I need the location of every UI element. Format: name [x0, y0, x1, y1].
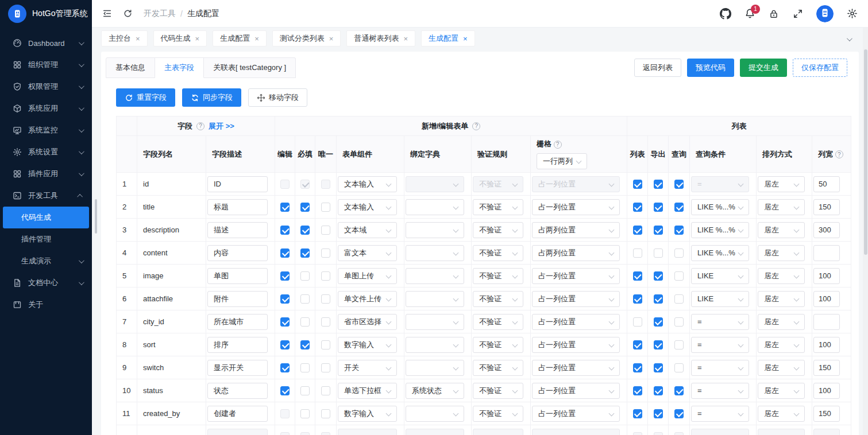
export-checkbox[interactable] — [654, 294, 663, 304]
export-checkbox[interactable] — [654, 317, 663, 327]
query-condition-select[interactable] — [691, 429, 749, 435]
form-component-select[interactable]: 文本输入 — [338, 176, 397, 192]
query-condition-select[interactable]: LIKE %...% — [691, 199, 749, 215]
dict-select[interactable] — [406, 291, 464, 307]
required-checkbox[interactable] — [300, 271, 310, 281]
export-checkbox[interactable] — [654, 432, 663, 435]
unique-checkbox[interactable] — [321, 180, 330, 189]
form-component-select[interactable] — [338, 429, 397, 435]
query-checkbox[interactable] — [674, 271, 684, 281]
breadcrumb-parent[interactable]: 开发工具 — [144, 9, 176, 19]
list-checkbox[interactable] — [633, 226, 642, 235]
content-scrollbar-thumb[interactable] — [95, 199, 97, 234]
unique-checkbox[interactable] — [321, 294, 330, 304]
query-condition-select[interactable]: LIKE — [691, 291, 749, 307]
button[interactable]: 返回列表 — [634, 59, 681, 77]
help-icon[interactable]: ? — [472, 122, 480, 130]
query-checkbox[interactable] — [674, 203, 684, 212]
field-desc-input[interactable] — [207, 199, 268, 215]
validate-rule-select[interactable]: 不验证 — [473, 199, 523, 215]
query-checkbox[interactable] — [674, 226, 684, 235]
column-width-input[interactable] — [813, 337, 840, 353]
tabbar-more-icon[interactable] — [847, 33, 859, 44]
edit-checkbox[interactable] — [280, 226, 290, 235]
list-checkbox[interactable] — [633, 180, 642, 189]
validate-rule-select[interactable] — [473, 429, 523, 435]
query-checkbox[interactable] — [674, 432, 684, 435]
dict-select[interactable] — [406, 176, 464, 192]
edit-checkbox[interactable] — [280, 294, 290, 304]
required-checkbox[interactable] — [300, 386, 310, 395]
grid-span-select[interactable]: 占一列位置 — [532, 291, 620, 307]
dict-select[interactable] — [406, 429, 464, 435]
form-component-select[interactable]: 数字输入 — [338, 337, 397, 353]
field-desc-input[interactable] — [207, 222, 268, 238]
dict-select[interactable] — [406, 406, 464, 422]
sidebar-item-cube[interactable]: 系统应用 — [0, 98, 92, 119]
grid-span-select[interactable] — [532, 429, 620, 435]
unique-checkbox[interactable] — [321, 271, 330, 281]
query-condition-select[interactable]: LIKE %...% — [691, 245, 749, 261]
align-select[interactable]: 居左 — [758, 199, 805, 215]
form-component-select[interactable]: 开关 — [338, 360, 397, 376]
export-checkbox[interactable] — [654, 340, 663, 349]
unique-checkbox[interactable] — [321, 386, 330, 395]
export-checkbox[interactable] — [654, 203, 663, 212]
button[interactable]: 同步字段 — [182, 88, 241, 107]
edit-checkbox[interactable] — [280, 317, 290, 327]
tab-chip[interactable]: 测试分类列表 × — [272, 30, 341, 46]
edit-checkbox[interactable] — [280, 409, 290, 418]
grid-span-select[interactable]: 占两列位置 — [532, 222, 620, 238]
export-checkbox[interactable] — [654, 226, 663, 235]
sidebar-item-doc[interactable]: 文档中心 — [0, 272, 92, 294]
field-desc-input[interactable] — [207, 268, 268, 284]
align-select[interactable]: 居左 — [758, 337, 805, 353]
unique-checkbox[interactable] — [321, 226, 330, 235]
edit-checkbox[interactable] — [280, 363, 290, 372]
required-checkbox[interactable] — [300, 317, 310, 327]
form-component-select[interactable]: 单图上传 — [338, 268, 397, 284]
unique-checkbox[interactable] — [321, 363, 330, 372]
column-width-input[interactable] — [813, 406, 840, 422]
button[interactable]: 重置字段 — [116, 88, 175, 107]
form-component-select[interactable]: 省市区选择 — [338, 314, 397, 330]
expand-link[interactable]: 展开 >> — [209, 121, 234, 131]
query-condition-select[interactable]: = — [691, 406, 749, 422]
help-icon[interactable]: ? — [835, 150, 843, 158]
required-checkbox[interactable] — [300, 203, 310, 212]
column-width-input[interactable] — [813, 429, 840, 435]
query-checkbox[interactable] — [674, 340, 684, 349]
list-checkbox[interactable] — [633, 271, 642, 281]
align-select[interactable]: 居左 — [758, 314, 805, 330]
unique-checkbox[interactable] — [321, 409, 330, 418]
grid-span-select[interactable]: 占一列位置 — [532, 176, 620, 192]
sidebar-subitem[interactable]: 生成演示 — [0, 250, 92, 272]
button[interactable]: 移动字段 — [248, 88, 307, 107]
required-checkbox[interactable] — [300, 340, 310, 349]
grid-span-select[interactable]: 占一列位置 — [532, 406, 620, 422]
query-condition-select[interactable]: LIKE %...% — [691, 222, 749, 238]
help-icon[interactable]: ? — [196, 122, 205, 130]
query-condition-select[interactable]: LIKE — [691, 268, 749, 284]
sidebar-item-shield[interactable]: 权限管理 — [0, 76, 92, 98]
button[interactable]: 提交生成 — [740, 59, 787, 77]
tab-inactive[interactable]: 关联表[ testCategory ] — [204, 57, 296, 78]
align-select[interactable]: 居左 — [758, 245, 805, 261]
sidebar-item-about[interactable]: 关于 — [0, 294, 92, 316]
required-checkbox[interactable] — [300, 432, 310, 435]
dict-select[interactable] — [406, 360, 464, 376]
column-width-input[interactable] — [813, 222, 840, 238]
validate-rule-select[interactable]: 不验证 — [473, 176, 523, 192]
validate-rule-select[interactable]: 不验证 — [473, 268, 523, 284]
query-checkbox[interactable] — [674, 363, 684, 372]
field-desc-input[interactable] — [207, 291, 268, 307]
query-condition-select[interactable]: = — [691, 360, 749, 376]
edit-checkbox[interactable] — [280, 248, 290, 258]
list-checkbox[interactable] — [633, 409, 642, 418]
grid-span-select[interactable]: 占一列位置 — [532, 199, 620, 215]
unique-checkbox[interactable] — [321, 317, 330, 327]
tab-chip[interactable]: 主控台 × — [101, 30, 148, 46]
grid-span-select[interactable]: 占一列位置 — [532, 268, 620, 284]
edit-checkbox[interactable] — [280, 271, 290, 281]
refresh-icon[interactable] — [123, 9, 133, 19]
